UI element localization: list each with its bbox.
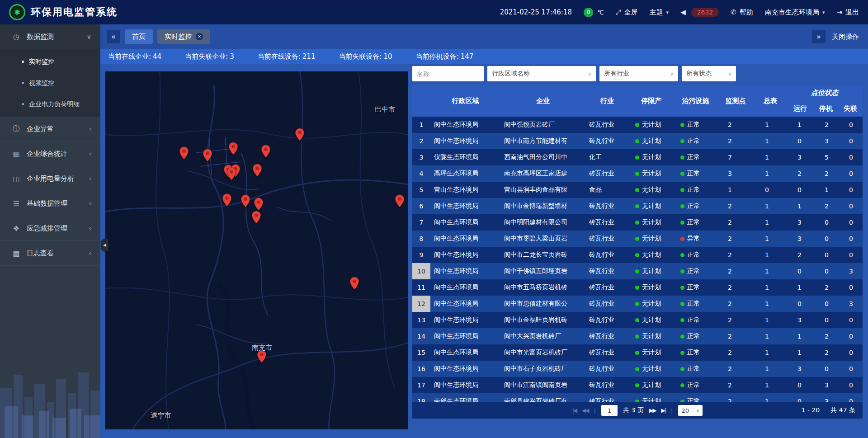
table-row[interactable]: 2阆中生态环境局阆中市南方节能建材有砖瓦行业无计划正常21030 [412,133,863,149]
page-number-input[interactable] [601,405,618,416]
map-pin-icon[interactable] [241,194,250,207]
table-row[interactable]: 17阆中生态环境局阆中市江南镇阆南页岩砖瓦行业无计划正常21030 [412,377,863,393]
sidebar-item-realtime-monitor[interactable]: 实时监控 [0,51,100,72]
sidebar-item-video-monitor[interactable]: 视频监控 [0,72,100,94]
power-analysis-icon: ◫ [12,174,21,183]
notice-count-badge[interactable]: 2632 [691,8,719,17]
table-row[interactable]: 10阆中生态环境局阆中千佛镇五郎垭页岩砖瓦行业无计划正常21003 [412,263,863,279]
name-search-input[interactable] [412,66,484,81]
close-operations-button[interactable]: 关闭操作 [832,33,859,41]
map-pin-icon[interactable] [226,167,236,180]
tabs-scroll-right-button[interactable]: » [812,30,826,43]
sidebar-item-power-load-detail[interactable]: 企业电力负荷明细 [0,94,100,115]
status-filter-select[interactable]: 所有状态 ∨ [682,66,736,81]
map-pin-icon[interactable] [295,128,305,141]
cell-industry: 砖瓦行业 [585,133,629,149]
tab-realtime-monitor[interactable]: 实时监控 ✕ [157,29,210,44]
map-pin-icon[interactable] [252,164,262,177]
first-page-button[interactable]: |◀ [572,407,576,414]
last-page-button[interactable]: ▶| [661,407,665,414]
cell-running: 0 [787,393,814,402]
region-filter-select[interactable]: 行政区域名称 ∨ [487,66,596,81]
next-page-button[interactable]: ▶▶ [649,407,656,414]
sidebar-group-emergency-reduction[interactable]: ❖应急减排管理‹ [0,216,100,241]
map-panel[interactable]: 巴中市南充市遂宁市 [105,71,408,429]
table-row[interactable]: 8阆中生态环境局阆中市枣碧大梁山页岩砖瓦行业无计划异常21300 [412,231,863,247]
user-dropdown[interactable]: 南充市生态环境局 ▾ [765,8,825,17]
cell-total-meters: 1 [754,361,787,377]
table-row[interactable]: 11阆中生态环境局阆中市五马桥页岩机砖砖瓦行业无计划正常21120 [412,279,863,296]
status-dot-icon [680,367,684,371]
map-pin-icon[interactable] [228,142,238,155]
cell-pollution-facility: 正常 [674,247,717,263]
table-row[interactable]: 4高坪生态环境局南充市高坪区王家店建砖瓦行业无计划正常31220 [412,165,863,182]
tab-home[interactable]: 首页 [125,29,153,44]
cell-pollution-facility: 正常 [674,328,717,344]
sidebar-group-data-monitor[interactable]: ◷数据监测∨ [0,24,100,49]
sidebar-group-enterprise-stats[interactable]: ▦企业综合统计‹ [0,141,100,166]
map-pin-icon[interactable] [179,146,189,160]
table-row[interactable]: 5营山生态环境局营山县润丰肉食品有限食品无计划正常10010 [412,182,863,198]
fullscreen-button[interactable]: ⤢ 全屏 [616,8,638,17]
cell-company: 阆中市五马桥页岩机砖 [500,279,585,296]
map-pin-layer: 巴中市南充市遂宁市 [105,71,408,429]
cell-offline: 0 [838,377,863,393]
map-pin-icon[interactable] [254,198,264,211]
table-row[interactable]: 1阆中生态环境局阆中强锐页岩砖厂砖瓦行业无计划正常21120 [412,117,863,133]
row-index: 16 [412,361,430,377]
map-pin-icon[interactable] [261,145,271,158]
col-index [412,85,430,117]
cell-company: 营山县润丰肉食品有限 [500,182,585,198]
table-row[interactable]: 6阆中生态环境局阆中市金博瑞新型墙材砖瓦行业无计划正常21120 [412,198,863,214]
status-dot-icon [680,172,684,176]
cell-company: 阆中大兴页岩机砖厂 [500,328,585,344]
cell-industry: 砖瓦行业 [585,231,629,247]
map-pin-icon[interactable] [203,149,212,162]
theme-dropdown[interactable]: 主题 ▾ [650,8,669,17]
speaker-icon[interactable]: ◀ [680,8,686,16]
sidebar-group-enterprise-alert[interactable]: ⓘ企业异常‹ [0,117,100,141]
cell-total-meters: 1 [754,263,787,279]
cell-pollution-facility: 正常 [674,198,717,214]
table-row[interactable]: 18南部生态环境局南部县建兴页岩砖厂有砖瓦行业无计划正常21030 [412,393,863,402]
table-row[interactable]: 12阆中生态环境局阆中市忠信建材有限公砖瓦行业无计划正常21003 [412,296,863,312]
sidebar-group-base-data[interactable]: ☰基础数据管理‹ [0,191,100,216]
table-row[interactable]: 14阆中生态环境局阆中大兴页岩机砖厂砖瓦行业无计划正常21120 [412,328,863,344]
table-row[interactable]: 9阆中生态环境局阆中市二龙长宝页岩砖砖瓦行业无计划正常21200 [412,247,863,263]
table-row[interactable]: 7阆中生态环境局阆中明阳建材有限公司砖瓦行业无计划正常21300 [412,214,863,231]
cell-total-meters: 1 [754,279,787,296]
table-row[interactable]: 3仪陇生态环境局西南油气田分公司川中化工无计划正常71350 [412,149,863,165]
table-row[interactable]: 16阆中生态环境局阆中市石子页岩机砖厂砖瓦行业无计划正常21300 [412,361,863,377]
industry-filter-select[interactable]: 所有行业 ∨ [599,66,678,81]
cell-limit-production: 无计划 [629,247,674,263]
help-button[interactable]: ✆ 帮助 [731,8,753,17]
cell-region: 阆中生态环境局 [430,296,500,312]
status-dot-icon [680,269,684,273]
cell-limit-production: 无计划 [629,344,674,361]
tabs-scroll-left-button[interactable]: « [107,30,120,43]
map-pin-icon[interactable] [395,194,405,207]
panel-collapse-button[interactable]: ◀ [101,239,108,251]
map-pin-icon[interactable] [251,211,261,224]
status-dot-icon [635,334,639,339]
tab-close-icon[interactable]: ✕ [196,33,203,40]
map-pin-icon[interactable] [349,277,359,290]
table-row[interactable]: 13阆中生态环境局阆中市金福旺页岩机砖砖瓦行业无计划正常21300 [412,312,863,328]
table-row[interactable]: 15阆中生态环境局阆中市光富页岩机砖厂砖瓦行业无计划正常21120 [412,344,863,361]
prev-page-button[interactable]: ◀◀ [582,407,588,414]
status-dot-icon [635,269,639,273]
sidebar-group-power-analysis[interactable]: ◫企业用电量分析‹ [0,166,100,191]
status-dot-icon [635,172,639,176]
cell-company: 阆中市忠信建材有限公 [500,296,585,312]
status-dot-icon [635,318,639,322]
chevron-down-icon: ∨ [588,71,591,77]
total-count-label: 共 47 条 [830,406,855,414]
stat-label: 当前在线企业: [108,52,151,61]
logout-button[interactable]: ⇥ 退出 [836,8,859,17]
cell-pollution-facility: 正常 [674,296,717,312]
map-pin-icon[interactable] [222,193,232,207]
sidebar-group-log-view[interactable]: ▤日志查看‹ [0,241,100,266]
page-size-select[interactable]: 20 ∨ [678,405,703,416]
sidebar: ◷数据监测∨实时监控视频监控企业电力负荷明细ⓘ企业异常‹▦企业综合统计‹◫企业用… [0,24,100,438]
cell-stopped: 2 [814,344,838,361]
